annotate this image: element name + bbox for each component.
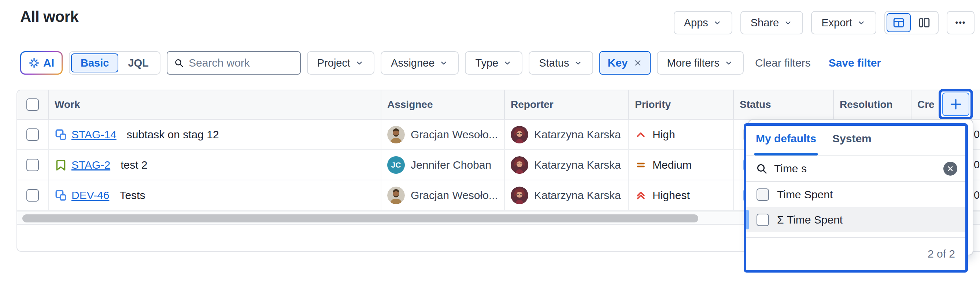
- clear-filters-button[interactable]: Clear filters: [755, 57, 811, 69]
- table-view-toggle[interactable]: [886, 13, 911, 32]
- chevron-down-icon: [783, 18, 793, 27]
- column-search-box[interactable]: Time s: [746, 156, 965, 182]
- column-header-resolution[interactable]: Resolution: [834, 90, 912, 119]
- export-button[interactable]: Export: [811, 11, 876, 35]
- close-icon: [947, 165, 954, 172]
- search-work-box: [167, 51, 301, 74]
- detail-view-toggle[interactable]: [912, 13, 936, 32]
- ai-search-button[interactable]: AI: [20, 51, 63, 74]
- export-button-label: Export: [821, 17, 852, 29]
- issue-key-link[interactable]: STAG-2: [72, 159, 110, 171]
- option-label: Σ Time Spent: [777, 214, 843, 226]
- reporter-cell: Katarzyna Karska: [505, 120, 629, 149]
- column-option-sum-time-spent[interactable]: Σ Time Spent: [746, 207, 965, 232]
- ai-button-label: AI: [43, 57, 54, 69]
- row-select-cell: [17, 120, 49, 149]
- tab-my-defaults[interactable]: My defaults: [756, 133, 816, 155]
- clear-search-button[interactable]: [943, 162, 957, 176]
- assignee-name: Jennifer Choban: [411, 159, 491, 171]
- row-checkbox[interactable]: [26, 159, 39, 171]
- filter-bar: AI Basic JQL Project Assignee Type Statu…: [20, 51, 881, 74]
- table-header-row: Work Assignee Reporter Priority Status R…: [17, 90, 980, 120]
- chevron-down-icon: [503, 58, 512, 68]
- page-title: All work: [20, 8, 78, 25]
- share-button[interactable]: Share: [740, 11, 803, 35]
- assignee-name: Gracjan Wesoło...: [411, 189, 498, 201]
- save-filter-button[interactable]: Save filter: [829, 57, 881, 69]
- column-search-value[interactable]: Time s: [774, 162, 937, 175]
- remove-filter-icon[interactable]: [633, 58, 643, 68]
- priority-highest-icon: [635, 190, 647, 201]
- column-picker-tabs: My defaults System: [746, 126, 965, 156]
- assignee-filter-button[interactable]: Assignee: [381, 51, 459, 74]
- search-icon: [756, 163, 767, 174]
- priority-medium-icon: [635, 159, 647, 171]
- more-filters-button[interactable]: More filters: [657, 51, 744, 74]
- avatar: [387, 126, 405, 143]
- type-filter-label: Type: [475, 57, 498, 69]
- priority-high-icon: [635, 129, 647, 141]
- avatar: [387, 187, 405, 204]
- mode-jql-tab[interactable]: JQL: [118, 54, 158, 73]
- tab-system[interactable]: System: [832, 133, 872, 155]
- issue-summary[interactable]: subtask on stag 12: [127, 128, 219, 141]
- more-actions-button[interactable]: •••: [947, 11, 975, 35]
- search-mode-toggle: Basic JQL: [69, 51, 161, 74]
- more-filters-label: More filters: [667, 57, 719, 69]
- issue-key-link[interactable]: DEV-46: [72, 189, 109, 201]
- priority-label: Highest: [652, 189, 690, 201]
- column-picker-footer: 2 of 2: [746, 237, 965, 270]
- table-layout-icon: [892, 16, 905, 29]
- assignee-name: Gracjan Wesoło...: [411, 128, 498, 141]
- assignee-cell: Gracjan Wesoło...: [381, 120, 505, 149]
- assignee-cell: JC Jennifer Choban: [381, 150, 505, 180]
- priority-cell: High: [629, 120, 734, 149]
- reporter-cell: Katarzyna Karska: [505, 180, 629, 210]
- header-select-all-cell: [17, 90, 49, 119]
- issue-summary[interactable]: Tests: [119, 189, 145, 201]
- subtask-type-icon: [54, 189, 67, 201]
- avatar: [511, 126, 528, 143]
- column-header-status[interactable]: Status: [734, 90, 834, 119]
- row-select-cell: [17, 180, 49, 210]
- select-all-checkbox[interactable]: [26, 98, 39, 111]
- chevron-down-icon: [439, 58, 449, 68]
- option-checkbox[interactable]: [757, 188, 769, 201]
- type-filter-button[interactable]: Type: [465, 51, 522, 74]
- work-cell: STAG-14 subtask on stag 12: [49, 120, 381, 149]
- avatar: [511, 156, 528, 174]
- issue-key-link[interactable]: STAG-14: [72, 128, 116, 141]
- project-filter-button[interactable]: Project: [307, 51, 374, 74]
- row-select-cell: [17, 150, 49, 180]
- reporter-name: Katarzyna Karska: [534, 159, 621, 171]
- work-cell: DEV-46 Tests: [49, 180, 381, 210]
- project-filter-label: Project: [317, 57, 350, 69]
- plus-icon: [948, 97, 963, 112]
- issue-summary[interactable]: test 2: [121, 159, 147, 171]
- key-filter-chip[interactable]: Key: [599, 51, 650, 74]
- story-type-icon: [54, 159, 67, 171]
- reporter-name: Katarzyna Karska: [534, 189, 621, 201]
- add-column-button[interactable]: [942, 93, 969, 116]
- work-cell: STAG-2 test 2: [49, 150, 381, 180]
- more-actions-icon: •••: [955, 18, 966, 27]
- top-bar: All work Apps Share Export: [20, 0, 975, 44]
- apps-button[interactable]: Apps: [674, 11, 732, 35]
- status-filter-label: Status: [539, 57, 569, 69]
- search-work-input[interactable]: [189, 57, 293, 69]
- top-actions: Apps Share Export: [674, 11, 975, 35]
- column-header-work[interactable]: Work: [49, 90, 381, 119]
- chevron-down-icon: [355, 58, 364, 68]
- column-header-assignee[interactable]: Assignee: [381, 90, 505, 119]
- mode-basic-tab[interactable]: Basic: [71, 54, 118, 73]
- column-header-priority[interactable]: Priority: [629, 90, 734, 119]
- row-checkbox[interactable]: [26, 189, 39, 201]
- subtask-type-icon: [54, 128, 67, 141]
- horizontal-scrollbar-thumb[interactable]: [22, 214, 698, 222]
- column-header-reporter[interactable]: Reporter: [505, 90, 629, 119]
- status-filter-button[interactable]: Status: [529, 51, 593, 74]
- column-option-time-spent[interactable]: Time Spent: [746, 182, 965, 207]
- option-checkbox[interactable]: [757, 214, 769, 226]
- priority-cell: Medium: [629, 150, 734, 180]
- row-checkbox[interactable]: [26, 128, 39, 141]
